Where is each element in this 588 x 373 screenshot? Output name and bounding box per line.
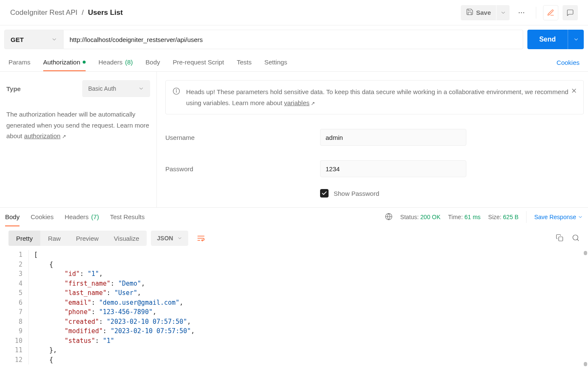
comments-button[interactable] [563, 5, 578, 20]
wrap-icon [197, 234, 205, 242]
response-tab-cookies[interactable]: Cookies [31, 208, 53, 226]
cookies-link[interactable]: Cookies [557, 59, 580, 66]
password-input[interactable] [320, 160, 466, 177]
view-visualize-button[interactable]: Visualize [106, 231, 147, 246]
response-tab-test-results[interactable]: Test Results [110, 208, 145, 226]
save-button-label: Save [476, 9, 491, 16]
pencil-icon [547, 9, 555, 17]
tab-params[interactable]: Params [8, 53, 31, 71]
svg-point-5 [176, 89, 177, 90]
http-method-select[interactable]: GET [4, 30, 64, 49]
svg-point-2 [523, 12, 524, 13]
network-icon[interactable] [385, 213, 393, 222]
tab-body[interactable]: Body [145, 53, 160, 71]
auth-type-label: Type [6, 85, 21, 92]
breadcrumb-separator: / [82, 8, 84, 17]
tab-prerequest-script[interactable]: Pre-request Script [173, 53, 224, 71]
scrollbar-thumb[interactable] [584, 362, 587, 366]
status-label: Status: 200 OK [400, 214, 440, 220]
breadcrumb-item: Users List [88, 8, 123, 17]
auth-type-select[interactable]: Basic Auth [82, 80, 150, 97]
tab-authorization[interactable]: Authorization [43, 53, 86, 71]
show-password-label: Show Password [334, 190, 379, 197]
dots-icon [518, 9, 525, 17]
svg-point-0 [519, 12, 520, 13]
send-button[interactable]: Send [527, 30, 568, 49]
chevron-down-icon [138, 86, 144, 92]
chevron-down-icon [51, 36, 57, 42]
body-format-select[interactable]: JSON [151, 231, 188, 246]
username-label: Username [165, 134, 320, 141]
alert-close-button[interactable] [571, 86, 577, 97]
external-link-icon: ↗ [311, 100, 315, 106]
check-icon [321, 190, 327, 196]
save-button-group: Save [461, 5, 510, 20]
edit-button[interactable] [543, 5, 558, 20]
view-raw-button[interactable]: Raw [40, 231, 68, 246]
body-view-segmented: Pretty Raw Preview Visualize [8, 231, 147, 246]
copy-response-button[interactable] [556, 234, 563, 243]
tab-tests[interactable]: Tests [237, 53, 251, 71]
copy-icon [556, 234, 563, 242]
tab-headers[interactable]: Headers (8) [98, 53, 133, 71]
save-dropdown[interactable] [496, 5, 510, 20]
svg-point-1 [521, 12, 522, 13]
info-icon [173, 87, 180, 98]
scrollbar-thumb[interactable] [584, 251, 587, 255]
time-label: Time: 61 ms [448, 214, 481, 220]
send-dropdown[interactable] [568, 30, 584, 49]
auth-description: The authorization header will be automat… [6, 109, 150, 142]
authorization-doc-link[interactable]: authorization [24, 132, 61, 139]
response-body-code[interactable]: 1 2 3 4 5 6 7 8 9 10 11 12 [ { "id": "1"… [0, 250, 588, 367]
username-input[interactable] [320, 129, 466, 146]
search-icon [572, 234, 580, 242]
show-password-checkbox[interactable] [320, 189, 329, 198]
save-icon [466, 8, 474, 17]
comment-icon [566, 9, 574, 17]
response-tab-body[interactable]: Body [5, 208, 20, 226]
tab-settings[interactable]: Settings [264, 53, 287, 71]
save-button[interactable]: Save [461, 5, 496, 20]
chevron-down-icon [177, 236, 182, 241]
wrap-lines-button[interactable] [192, 231, 209, 246]
status-dot-icon [83, 61, 86, 64]
svg-rect-12 [559, 237, 563, 241]
size-label: Size: 625 B [488, 214, 519, 220]
auth-type-value: Basic Auth [88, 85, 116, 92]
breadcrumb-workspace[interactable]: CodeIgniter Rest API [10, 8, 78, 17]
warning-alert: Heads up! These parameters hold sensitiv… [165, 80, 584, 114]
external-link-icon: ↗ [62, 134, 66, 139]
save-response-button[interactable]: Save Response [526, 211, 583, 223]
chevron-down-icon [573, 36, 579, 42]
more-options-button[interactable] [514, 5, 529, 20]
svg-line-14 [577, 239, 578, 240]
password-label: Password [165, 165, 320, 173]
view-pretty-button[interactable]: Pretty [8, 231, 40, 246]
chevron-down-icon [500, 10, 506, 16]
http-method-value: GET [11, 36, 24, 43]
variables-doc-link[interactable]: variables [284, 99, 309, 106]
divider [536, 7, 536, 19]
view-preview-button[interactable]: Preview [68, 231, 106, 246]
chevron-down-icon [578, 214, 583, 220]
breadcrumb: CodeIgniter Rest API / Users List [10, 8, 123, 17]
close-icon [571, 87, 577, 94]
search-response-button[interactable] [572, 234, 580, 243]
response-tab-headers[interactable]: Headers (7) [64, 208, 99, 226]
url-input[interactable]: http://localhost/codeigniter_restserver/… [64, 30, 523, 49]
